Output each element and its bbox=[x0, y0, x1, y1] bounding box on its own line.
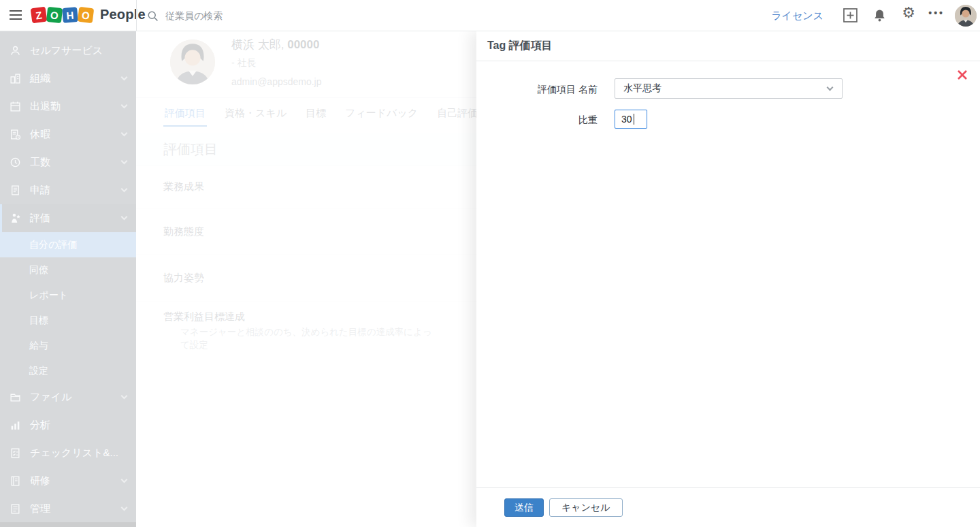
zoho-people-logo[interactable]: Z O H O People bbox=[31, 7, 146, 22]
select-value: 水平思考 bbox=[623, 82, 662, 95]
top-bar: Z O H O People ライセンス bbox=[0, 0, 980, 31]
topbar-divider bbox=[136, 0, 137, 31]
logo-tile: O bbox=[46, 6, 63, 22]
app-window: Z O H O People ライセンス bbox=[0, 0, 980, 527]
submit-button[interactable]: 送信 bbox=[504, 498, 544, 517]
modal-backdrop bbox=[0, 31, 476, 527]
text-cursor bbox=[634, 114, 634, 125]
cancel-button[interactable]: キャンセル bbox=[549, 498, 623, 517]
logo-tile: O bbox=[78, 6, 95, 23]
close-icon[interactable] bbox=[956, 69, 968, 81]
add-icon[interactable] bbox=[843, 8, 858, 22]
product-name: People bbox=[100, 7, 146, 22]
hamburger-menu-icon[interactable] bbox=[10, 10, 22, 21]
user-avatar[interactable] bbox=[955, 5, 977, 27]
weight-input[interactable] bbox=[615, 110, 647, 129]
divider bbox=[476, 487, 980, 488]
settings-gear-icon[interactable]: ⚙ bbox=[902, 5, 915, 20]
field-label-item-name: 評価項目 名前 bbox=[476, 84, 598, 96]
logo-tile: H bbox=[62, 7, 78, 23]
evaluation-item-name-select[interactable]: 水平思考 bbox=[615, 78, 843, 99]
more-options-icon[interactable]: ••• bbox=[928, 7, 945, 18]
logo-tile: Z bbox=[31, 6, 48, 23]
tag-evaluation-item-modal: Tag 評価項目 評価項目 名前 水平思考 比重 送信 キャンセル bbox=[476, 31, 980, 527]
license-link[interactable]: ライセンス bbox=[771, 10, 823, 22]
chevron-down-icon bbox=[827, 84, 834, 91]
field-label-weight: 比重 bbox=[476, 114, 598, 127]
employee-search bbox=[147, 0, 451, 31]
modal-title: Tag 評価項目 bbox=[476, 31, 980, 61]
notifications-bell-icon[interactable] bbox=[873, 9, 886, 22]
search-icon bbox=[147, 10, 159, 22]
search-input[interactable] bbox=[165, 10, 451, 21]
